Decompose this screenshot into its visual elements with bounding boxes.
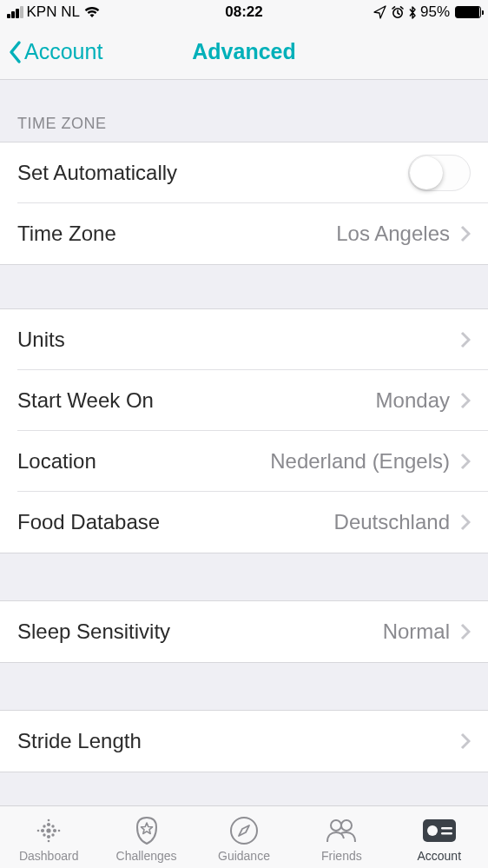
- bluetooth-icon: [408, 5, 417, 20]
- wifi-icon: [83, 6, 101, 18]
- tab-label: Challenges: [116, 849, 177, 863]
- svg-point-13: [58, 830, 61, 832]
- chevron-right-icon: [460, 392, 471, 409]
- svg-point-15: [331, 820, 341, 831]
- svg-point-5: [53, 829, 56, 832]
- row-label: Food Database: [17, 510, 160, 534]
- nav-bar: Account Advanced: [0, 24, 488, 80]
- tab-label: Guidance: [218, 849, 270, 863]
- section-header-timezone: TIME ZONE: [0, 80, 488, 142]
- row-label: Set Automatically: [17, 161, 177, 185]
- row-set-automatically[interactable]: Set Automatically: [0, 142, 488, 203]
- chevron-right-icon: [460, 732, 471, 750]
- list-sleep: Sleep Sensitivity Normal: [0, 600, 488, 663]
- svg-point-4: [41, 829, 44, 832]
- signal-bars-icon: [7, 6, 23, 18]
- battery-pct: 95%: [420, 3, 450, 21]
- friends-icon: [324, 815, 359, 846]
- row-label: Time Zone: [17, 222, 116, 246]
- list-general: Units Start Week On Monday Location Nede…: [0, 308, 488, 553]
- row-food-database[interactable]: Food Database Deutschland: [0, 492, 488, 553]
- chevron-right-icon: [460, 331, 471, 348]
- svg-point-18: [427, 825, 438, 836]
- svg-point-14: [231, 818, 257, 844]
- status-left: KPN NL: [7, 3, 101, 21]
- svg-point-2: [47, 823, 50, 826]
- row-label: Sleep Sensitivity: [17, 620, 170, 644]
- row-units[interactable]: Units: [0, 309, 488, 370]
- tab-friends[interactable]: Friends: [293, 815, 390, 863]
- tab-bar: Dashboard Challenges Guidance: [0, 805, 488, 868]
- svg-point-11: [48, 840, 50, 843]
- row-value: Deutschland: [334, 510, 450, 534]
- battery-icon: [455, 6, 481, 18]
- list-timezone: Set Automatically Time Zone Los Angeles: [0, 142, 488, 265]
- tab-guidance[interactable]: Guidance: [195, 815, 293, 863]
- tab-dashboard[interactable]: Dashboard: [0, 815, 97, 863]
- toggle-set-automatically[interactable]: [408, 155, 471, 191]
- tab-label: Dashboard: [19, 849, 79, 863]
- svg-point-9: [51, 833, 54, 836]
- row-time-zone[interactable]: Time Zone Los Angeles: [0, 203, 488, 264]
- row-start-week-on[interactable]: Start Week On Monday: [0, 370, 488, 431]
- chevron-right-icon: [460, 453, 471, 470]
- row-value: Normal: [383, 620, 450, 644]
- guidance-icon: [228, 815, 260, 846]
- row-location[interactable]: Location Nederland (Engels): [0, 431, 488, 492]
- row-value: Monday: [376, 388, 450, 413]
- challenges-icon: [132, 815, 162, 846]
- svg-point-16: [341, 820, 352, 831]
- svg-point-10: [48, 819, 50, 822]
- chevron-left-icon: [9, 40, 23, 64]
- tab-label: Friends: [321, 849, 362, 863]
- row-stride-length[interactable]: Stride Length: [0, 711, 488, 772]
- row-value: Nederland (Engels): [270, 449, 450, 474]
- alarm-icon: [391, 5, 405, 19]
- list-stride: Stride Length: [0, 710, 488, 772]
- svg-point-1: [47, 828, 51, 832]
- chevron-right-icon: [460, 623, 471, 640]
- page-title: Advanced: [192, 39, 295, 64]
- tab-label: Account: [417, 849, 461, 863]
- svg-point-8: [43, 833, 45, 836]
- row-sleep-sensitivity[interactable]: Sleep Sensitivity Normal: [0, 601, 488, 662]
- svg-point-3: [47, 835, 50, 838]
- carrier-label: KPN NL: [27, 3, 80, 21]
- back-label: Account: [24, 39, 102, 64]
- location-arrow-icon: [373, 5, 387, 19]
- tab-account[interactable]: Account: [391, 815, 488, 863]
- tab-challenges[interactable]: Challenges: [97, 815, 195, 863]
- row-label: Units: [17, 328, 65, 352]
- back-button[interactable]: Account: [9, 39, 102, 64]
- chevron-right-icon: [460, 514, 471, 531]
- svg-point-12: [37, 830, 40, 832]
- svg-point-6: [43, 825, 45, 827]
- status-bar: KPN NL 08:22 95%: [0, 0, 488, 24]
- chevron-right-icon: [460, 225, 471, 242]
- row-label: Location: [17, 449, 96, 474]
- svg-point-7: [51, 825, 54, 827]
- row-value: Los Angeles: [336, 222, 450, 246]
- svg-rect-20: [441, 832, 452, 835]
- status-right: 95%: [373, 3, 481, 21]
- account-icon: [420, 815, 458, 846]
- dashboard-icon: [34, 815, 63, 846]
- row-label: Start Week On: [17, 388, 154, 413]
- status-time: 08:22: [225, 3, 262, 21]
- svg-rect-19: [441, 827, 452, 830]
- row-label: Stride Length: [17, 729, 142, 753]
